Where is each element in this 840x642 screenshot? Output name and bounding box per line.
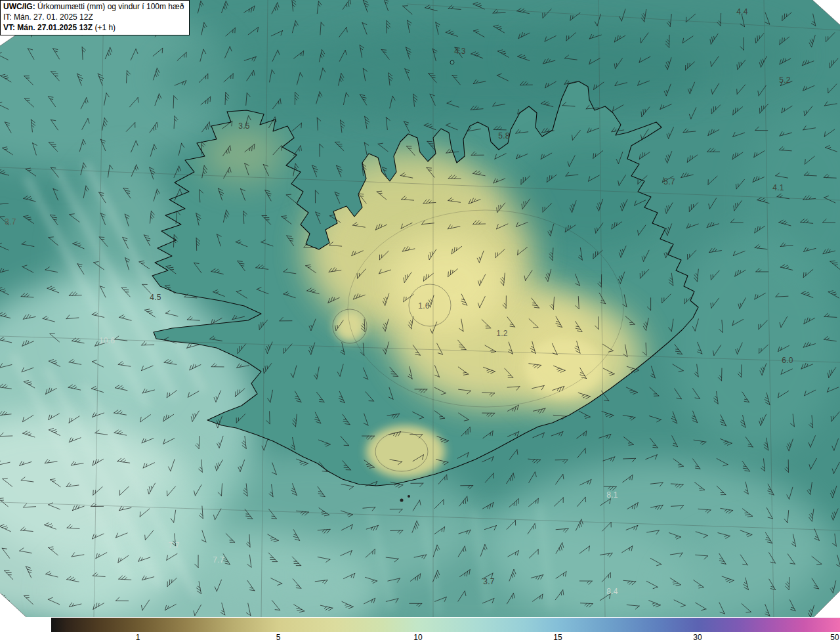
colorbar-tick-label: 1 [136,633,140,642]
init-time: IT: Mán. 27. 01. 2025 12Z [3,12,184,23]
valid-time-bold: VT: Mán. 27.01.2025 13Z [3,23,93,32]
map-title-text: Úrkomumætti (mm) og vindur í 100m hæð [35,2,184,11]
valid-time: VT: Mán. 27.01.2025 13Z (+1 h) [3,23,184,33]
weather-map-page: 4.44.35.23.55.85.74.13.74.51.61.210.66.0… [0,0,840,642]
colorbar: 1510153050 [0,617,840,642]
colorbar-tick-label: 30 [693,633,702,642]
map-legend-box: UWC/IG: Úrkomumætti (mm) og vindur í 100… [0,0,190,35]
colorbar-tick-label: 15 [553,633,562,642]
model-label: UWC/IG: [3,2,35,11]
colorbar-tick-label: 50 [830,633,839,642]
colorbar-gradient [51,618,840,632]
weather-map-canvas [0,0,840,617]
map-title: UWC/IG: Úrkomumætti (mm) og vindur í 100… [3,2,184,12]
valid-time-rest: (+1 h) [93,23,116,32]
colorbar-tick-label: 10 [413,633,422,642]
colorbar-tick-label: 5 [276,633,281,642]
